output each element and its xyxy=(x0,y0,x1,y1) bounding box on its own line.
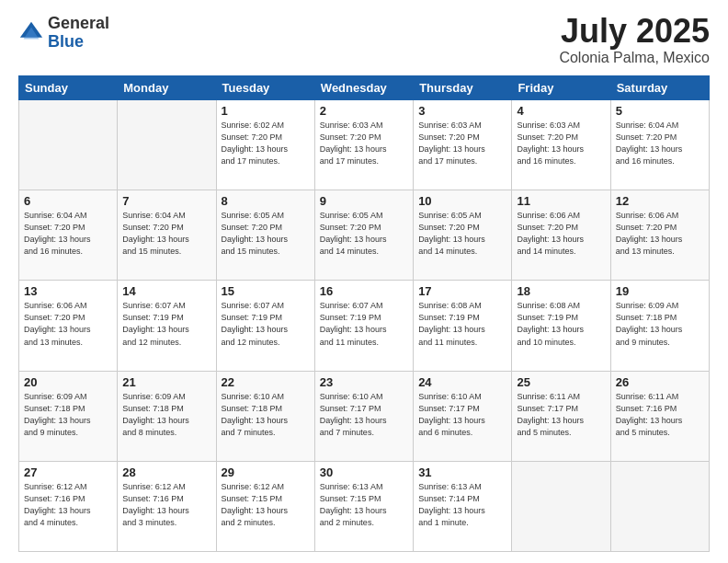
page: General Blue July 2025 Colonia Palma, Me… xyxy=(0,0,728,563)
day-number: 16 xyxy=(320,284,408,298)
table-row: 26Sunrise: 6:11 AM Sunset: 7:16 PM Dayli… xyxy=(610,371,709,461)
day-info: Sunrise: 6:10 AM Sunset: 7:18 PM Dayligh… xyxy=(222,391,310,439)
day-number: 1 xyxy=(222,104,310,118)
table-row: 13Sunrise: 6:06 AM Sunset: 7:20 PM Dayli… xyxy=(19,281,118,371)
day-number: 18 xyxy=(517,284,605,298)
day-info: Sunrise: 6:09 AM Sunset: 7:18 PM Dayligh… xyxy=(24,391,112,439)
day-number: 23 xyxy=(320,375,408,389)
table-row: 15Sunrise: 6:07 AM Sunset: 7:19 PM Dayli… xyxy=(216,281,314,371)
day-number: 20 xyxy=(24,375,112,389)
table-row: 6Sunrise: 6:04 AM Sunset: 7:20 PM Daylig… xyxy=(19,190,118,281)
title-block: July 2025 Colonia Palma, Mexico xyxy=(559,15,710,66)
table-row: 7Sunrise: 6:04 AM Sunset: 7:20 PM Daylig… xyxy=(118,190,216,281)
table-row: 27Sunrise: 6:12 AM Sunset: 7:16 PM Dayli… xyxy=(19,461,118,551)
table-row: 3Sunrise: 6:03 AM Sunset: 7:20 PM Daylig… xyxy=(414,100,512,190)
day-number: 7 xyxy=(122,194,210,208)
day-number: 11 xyxy=(517,194,605,208)
day-number: 3 xyxy=(418,104,506,118)
day-info: Sunrise: 6:04 AM Sunset: 7:20 PM Dayligh… xyxy=(122,210,210,258)
day-info: Sunrise: 6:06 AM Sunset: 7:20 PM Dayligh… xyxy=(517,210,605,258)
table-row: 1Sunrise: 6:02 AM Sunset: 7:20 PM Daylig… xyxy=(216,100,314,190)
day-info: Sunrise: 6:12 AM Sunset: 7:16 PM Dayligh… xyxy=(24,481,112,529)
day-number: 5 xyxy=(616,104,704,118)
day-info: Sunrise: 6:05 AM Sunset: 7:20 PM Dayligh… xyxy=(222,210,310,258)
day-info: Sunrise: 6:12 AM Sunset: 7:15 PM Dayligh… xyxy=(222,481,310,529)
table-row: 28Sunrise: 6:12 AM Sunset: 7:16 PM Dayli… xyxy=(118,461,216,551)
calendar-week-row: 13Sunrise: 6:06 AM Sunset: 7:20 PM Dayli… xyxy=(19,281,710,371)
table-row: 18Sunrise: 6:08 AM Sunset: 7:19 PM Dayli… xyxy=(512,281,610,371)
table-row: 19Sunrise: 6:09 AM Sunset: 7:18 PM Dayli… xyxy=(610,281,709,371)
calendar-week-row: 6Sunrise: 6:04 AM Sunset: 7:20 PM Daylig… xyxy=(19,190,710,281)
day-info: Sunrise: 6:11 AM Sunset: 7:17 PM Dayligh… xyxy=(517,391,605,439)
day-info: Sunrise: 6:07 AM Sunset: 7:19 PM Dayligh… xyxy=(222,300,310,348)
day-info: Sunrise: 6:08 AM Sunset: 7:19 PM Dayligh… xyxy=(517,300,605,348)
table-row: 29Sunrise: 6:12 AM Sunset: 7:15 PM Dayli… xyxy=(216,461,314,551)
day-number: 31 xyxy=(418,465,506,479)
col-saturday: Saturday xyxy=(610,76,709,100)
calendar-week-row: 1Sunrise: 6:02 AM Sunset: 7:20 PM Daylig… xyxy=(19,100,710,190)
day-info: Sunrise: 6:11 AM Sunset: 7:16 PM Dayligh… xyxy=(616,391,704,439)
col-thursday: Thursday xyxy=(414,76,512,100)
table-row xyxy=(512,461,610,551)
day-number: 10 xyxy=(418,194,506,208)
day-number: 13 xyxy=(24,284,112,298)
day-info: Sunrise: 6:03 AM Sunset: 7:20 PM Dayligh… xyxy=(418,120,506,167)
table-row: 30Sunrise: 6:13 AM Sunset: 7:15 PM Dayli… xyxy=(314,461,413,551)
col-monday: Monday xyxy=(118,76,216,100)
table-row: 2Sunrise: 6:03 AM Sunset: 7:20 PM Daylig… xyxy=(314,100,413,190)
table-row: 20Sunrise: 6:09 AM Sunset: 7:18 PM Dayli… xyxy=(19,371,118,461)
day-number: 6 xyxy=(24,194,112,208)
day-info: Sunrise: 6:04 AM Sunset: 7:20 PM Dayligh… xyxy=(616,120,704,167)
logo-blue-text: Blue xyxy=(48,32,84,51)
day-info: Sunrise: 6:05 AM Sunset: 7:20 PM Dayligh… xyxy=(418,210,506,258)
table-row: 5Sunrise: 6:04 AM Sunset: 7:20 PM Daylig… xyxy=(610,100,709,190)
day-info: Sunrise: 6:10 AM Sunset: 7:17 PM Dayligh… xyxy=(320,391,408,439)
table-row: 14Sunrise: 6:07 AM Sunset: 7:19 PM Dayli… xyxy=(118,281,216,371)
table-row xyxy=(118,100,216,190)
calendar-week-row: 27Sunrise: 6:12 AM Sunset: 7:16 PM Dayli… xyxy=(19,461,710,551)
logo: General Blue xyxy=(18,15,109,52)
day-number: 29 xyxy=(222,465,310,479)
day-number: 9 xyxy=(320,194,408,208)
day-number: 21 xyxy=(122,375,210,389)
day-info: Sunrise: 6:13 AM Sunset: 7:15 PM Dayligh… xyxy=(320,481,408,529)
table-row: 31Sunrise: 6:13 AM Sunset: 7:14 PM Dayli… xyxy=(414,461,512,551)
day-number: 14 xyxy=(122,284,210,298)
col-friday: Friday xyxy=(512,76,610,100)
table-row: 22Sunrise: 6:10 AM Sunset: 7:18 PM Dayli… xyxy=(216,371,314,461)
day-number: 17 xyxy=(418,284,506,298)
day-number: 15 xyxy=(222,284,310,298)
day-info: Sunrise: 6:02 AM Sunset: 7:20 PM Dayligh… xyxy=(222,120,310,167)
calendar: Sunday Monday Tuesday Wednesday Thursday… xyxy=(18,75,710,552)
logo-general-text: General xyxy=(48,14,109,32)
table-row: 16Sunrise: 6:07 AM Sunset: 7:19 PM Dayli… xyxy=(314,281,413,371)
day-number: 27 xyxy=(24,465,112,479)
day-number: 12 xyxy=(616,194,704,208)
day-number: 8 xyxy=(222,194,310,208)
day-info: Sunrise: 6:06 AM Sunset: 7:20 PM Dayligh… xyxy=(24,300,112,348)
day-info: Sunrise: 6:12 AM Sunset: 7:16 PM Dayligh… xyxy=(122,481,210,529)
day-info: Sunrise: 6:07 AM Sunset: 7:19 PM Dayligh… xyxy=(320,300,408,348)
day-info: Sunrise: 6:06 AM Sunset: 7:20 PM Dayligh… xyxy=(616,210,704,258)
header: General Blue July 2025 Colonia Palma, Me… xyxy=(18,15,710,66)
day-info: Sunrise: 6:10 AM Sunset: 7:17 PM Dayligh… xyxy=(418,391,506,439)
month-year: July 2025 xyxy=(559,15,710,48)
day-number: 2 xyxy=(320,104,408,118)
table-row: 17Sunrise: 6:08 AM Sunset: 7:19 PM Dayli… xyxy=(414,281,512,371)
table-row: 9Sunrise: 6:05 AM Sunset: 7:20 PM Daylig… xyxy=(314,190,413,281)
table-row: 21Sunrise: 6:09 AM Sunset: 7:18 PM Dayli… xyxy=(118,371,216,461)
day-number: 22 xyxy=(222,375,310,389)
table-row: 24Sunrise: 6:10 AM Sunset: 7:17 PM Dayli… xyxy=(414,371,512,461)
day-info: Sunrise: 6:05 AM Sunset: 7:20 PM Dayligh… xyxy=(320,210,408,258)
day-number: 26 xyxy=(616,375,704,389)
logo-icon xyxy=(18,20,44,46)
table-row: 25Sunrise: 6:11 AM Sunset: 7:17 PM Dayli… xyxy=(512,371,610,461)
table-row xyxy=(610,461,709,551)
table-row: 23Sunrise: 6:10 AM Sunset: 7:17 PM Dayli… xyxy=(314,371,413,461)
day-number: 19 xyxy=(616,284,704,298)
table-row: 10Sunrise: 6:05 AM Sunset: 7:20 PM Dayli… xyxy=(414,190,512,281)
table-row: 11Sunrise: 6:06 AM Sunset: 7:20 PM Dayli… xyxy=(512,190,610,281)
day-number: 28 xyxy=(122,465,210,479)
day-number: 25 xyxy=(517,375,605,389)
day-info: Sunrise: 6:09 AM Sunset: 7:18 PM Dayligh… xyxy=(616,300,704,348)
